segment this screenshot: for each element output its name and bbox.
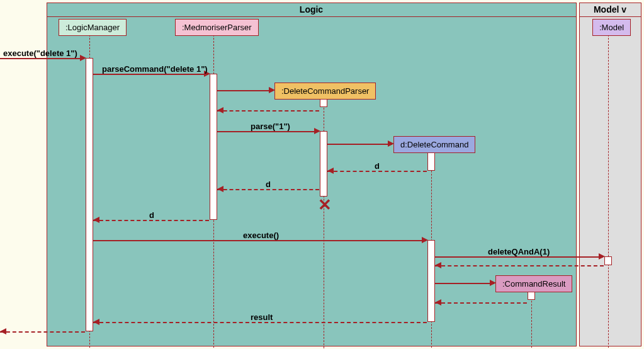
arrow-return-deleteqanda xyxy=(435,265,604,266)
arrowhead-execute xyxy=(422,237,428,243)
arrow-create-dcp xyxy=(217,90,273,91)
msg-deleteqanda: deleteQAndA(1) xyxy=(488,247,550,256)
msg-execute: execute() xyxy=(243,231,279,240)
arrowhead-return-create-dcp xyxy=(217,107,223,113)
arrowhead-result xyxy=(93,319,99,325)
arrow-result xyxy=(93,322,427,323)
activation-deletecommandparser-1 xyxy=(320,98,327,107)
arrow-return-d3 xyxy=(93,220,209,221)
frame-logic-label: Logic xyxy=(47,3,577,17)
arrow-create-dc xyxy=(327,144,392,145)
arrow-parse xyxy=(217,131,319,132)
lifeline-logicmanager-label: :LogicManager xyxy=(65,23,120,32)
lifeline-deletecommandparser-label: :DeleteCommandParser xyxy=(281,86,369,96)
lifeline-model-label: :Model xyxy=(599,23,624,32)
lifeline-commandresult-label: :CommandResult xyxy=(502,279,565,289)
activation-medmoriserparser xyxy=(210,74,217,220)
arrowhead-return-d1 xyxy=(327,168,334,174)
lifeline-deletecommand-label: d:DeleteCommand xyxy=(400,140,468,149)
arrow-create-cr xyxy=(435,283,494,284)
arrow-final-return xyxy=(0,331,85,333)
arrowhead-deleteqanda xyxy=(599,253,605,260)
frame-logic: Logic xyxy=(47,3,577,346)
activation-logicmanager xyxy=(86,58,93,331)
msg-d2: d xyxy=(266,180,271,189)
arrow-return-d2 xyxy=(217,189,319,190)
lifeline-medmoriserparser: :MedmoriserParser xyxy=(175,19,259,36)
activation-deletecommandparser-2 xyxy=(320,131,327,197)
arrowhead-return-d3 xyxy=(93,217,99,223)
destroy-dcp: ✕ xyxy=(318,195,332,215)
arrow-return-create-dcp xyxy=(217,110,319,112)
frame-model-text: Model v xyxy=(594,4,626,14)
lifeline-commandresult: :CommandResult xyxy=(495,275,572,292)
lifeline-deletecommand: d:DeleteCommand xyxy=(393,136,475,153)
arrow-deleteqanda xyxy=(435,256,603,258)
arrowhead-create-dcp xyxy=(269,87,275,93)
arrowhead-create-dc xyxy=(388,140,394,147)
lifeline-logicmanager: :LogicManager xyxy=(59,19,127,36)
arrow-return-d1 xyxy=(327,171,427,172)
activation-commandresult xyxy=(528,291,535,300)
activation-model xyxy=(604,256,612,265)
arrowhead-final-return xyxy=(0,328,6,335)
arrowhead-parse xyxy=(314,128,320,134)
arrowhead-return-deleteqanda xyxy=(435,262,441,268)
lifeline-model: :Model xyxy=(592,19,631,36)
arrow-execute-delete xyxy=(0,58,84,59)
arrow-return-cr xyxy=(435,302,527,304)
msg-result: result xyxy=(251,312,273,322)
msg-d1: d xyxy=(375,161,380,171)
frame-model: Model v xyxy=(579,3,641,346)
arrowhead-return-cr xyxy=(435,299,441,306)
activation-deletecommand-1 xyxy=(427,152,435,171)
frame-model-label: Model v xyxy=(579,3,641,17)
arrowhead-return-d2 xyxy=(217,186,223,192)
msg-d3: d xyxy=(149,210,154,220)
lifeline-medmoriserparser-label: :MedmoriserParser xyxy=(182,23,252,32)
msg-execute-delete: execute("delete 1") xyxy=(3,49,77,58)
msg-parse: parse("1") xyxy=(251,122,290,131)
lifeline-deletecommandparser: :DeleteCommandParser xyxy=(274,83,376,100)
arrow-parsecommand xyxy=(93,74,208,75)
msg-parsecommand: parseCommand("delete 1") xyxy=(102,64,208,74)
arrowhead-create-cr xyxy=(490,280,496,286)
frame-logic-text: Logic xyxy=(300,4,323,14)
arrow-execute xyxy=(93,240,426,241)
lifeline-line-model xyxy=(608,35,609,348)
arrowhead-execute-delete xyxy=(80,55,86,61)
activation-deletecommand-2 xyxy=(427,240,435,322)
